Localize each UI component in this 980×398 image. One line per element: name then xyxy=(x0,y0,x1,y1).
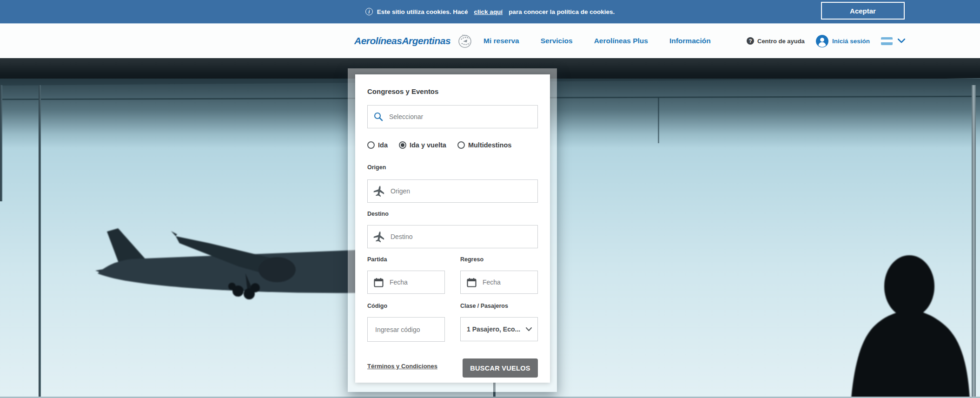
login-link[interactable]: Iniciá sesión xyxy=(816,24,870,58)
logo-text: AerolíneasArgentinas xyxy=(354,35,450,46)
language-selector[interactable] xyxy=(881,24,905,58)
nav-item-servicios[interactable]: Servicios xyxy=(541,37,573,45)
code-label: Código xyxy=(367,303,387,309)
cookie-text-before: Este sitio utiliza cookies. Hacé xyxy=(377,8,468,15)
login-label: Iniciá sesión xyxy=(832,38,870,45)
category-search-input[interactable]: Seleccionar xyxy=(367,105,538,128)
destination-label: Destino xyxy=(367,211,389,217)
cookie-text-after: para conocer la política de cookies. xyxy=(509,8,615,15)
departure-label: Partida xyxy=(367,256,387,263)
destination-input[interactable]: Destino xyxy=(367,225,538,248)
cookie-policy-link[interactable]: click aquí xyxy=(474,8,503,15)
cookie-message: i Este sitio utiliza cookies. Hacé click… xyxy=(365,8,615,15)
origin-input[interactable]: Origen xyxy=(367,179,538,203)
radio-circle xyxy=(367,141,375,149)
code-input[interactable]: Ingresar código xyxy=(367,317,445,342)
nav-menu: Mi reserva Servicios Aerolíneas Plus Inf… xyxy=(483,24,711,58)
nav-item-informacion[interactable]: Información xyxy=(669,37,711,45)
nav-item-mi-reserva[interactable]: Mi reserva xyxy=(483,37,519,45)
code-placeholder: Ingresar código xyxy=(375,326,420,333)
radio-circle xyxy=(399,141,406,149)
radio-circle xyxy=(457,141,465,149)
trip-type-radio-group: Ida Ida y vuelta Multidestinos xyxy=(367,141,511,149)
search-flights-button[interactable]: BUSCAR VUELOS xyxy=(463,358,538,378)
user-icon xyxy=(816,35,828,47)
calendar-icon xyxy=(467,278,477,287)
terms-and-conditions-link[interactable]: Términos y Condiciones xyxy=(367,363,437,370)
skyteam-logo-icon: S k y xyxy=(457,33,473,49)
accept-cookies-button[interactable]: Aceptar xyxy=(821,2,905,20)
help-center-label: Centro de ayuda xyxy=(757,38,805,45)
radio-multidestinos[interactable]: Multidestinos xyxy=(457,141,511,149)
radio-ida-y-vuelta[interactable]: Ida y vuelta xyxy=(399,141,446,149)
window-frame-divider xyxy=(658,98,659,143)
origin-placeholder: Origen xyxy=(391,187,410,195)
nav-item-aerolineas-plus[interactable]: Aerolíneas Plus xyxy=(594,37,648,45)
date-placeholder: Fecha xyxy=(483,279,501,286)
search-placeholder: Seleccionar xyxy=(389,113,423,120)
search-icon xyxy=(374,112,383,121)
calendar-icon xyxy=(374,278,384,287)
departure-date-input[interactable]: Fecha xyxy=(367,271,445,294)
person-silhouette xyxy=(841,251,976,398)
return-date-input[interactable]: Fecha xyxy=(460,271,538,294)
origin-label: Origen xyxy=(367,164,386,171)
class-passengers-label: Clase / Pasajeros xyxy=(460,303,508,309)
window-mullion xyxy=(0,85,2,201)
destination-placeholder: Destino xyxy=(391,233,412,240)
chevron-down-icon xyxy=(898,39,905,43)
aerolineas-logo[interactable]: AerolíneasArgentinas S k y xyxy=(354,24,473,58)
class-passengers-value: 1 Pasajero, Eco... xyxy=(467,325,520,333)
return-label: Regreso xyxy=(460,256,483,263)
question-icon: ? xyxy=(747,37,754,45)
airplane-icon xyxy=(373,230,385,243)
info-icon: i xyxy=(365,8,373,15)
cookie-banner: i Este sitio utiliza cookies. Hacé click… xyxy=(0,0,980,24)
date-placeholder: Fecha xyxy=(390,279,408,286)
window-mullion xyxy=(39,85,41,398)
category-label: Congresos y Eventos xyxy=(367,87,438,95)
chevron-down-icon xyxy=(526,325,532,333)
argentina-flag-icon xyxy=(881,37,893,45)
svg-text:S k y: S k y xyxy=(462,34,467,37)
radio-ida[interactable]: Ida xyxy=(367,141,388,149)
class-passengers-select[interactable]: 1 Pasajero, Eco... xyxy=(460,317,538,341)
main-navbar: AerolíneasArgentinas S k y Mi reserva Se… xyxy=(0,24,980,58)
booking-form-card: Congresos y Eventos Seleccionar Ida Ida … xyxy=(355,74,550,383)
airplane-icon xyxy=(373,185,385,198)
help-center-link[interactable]: ? Centro de ayuda xyxy=(747,24,805,58)
